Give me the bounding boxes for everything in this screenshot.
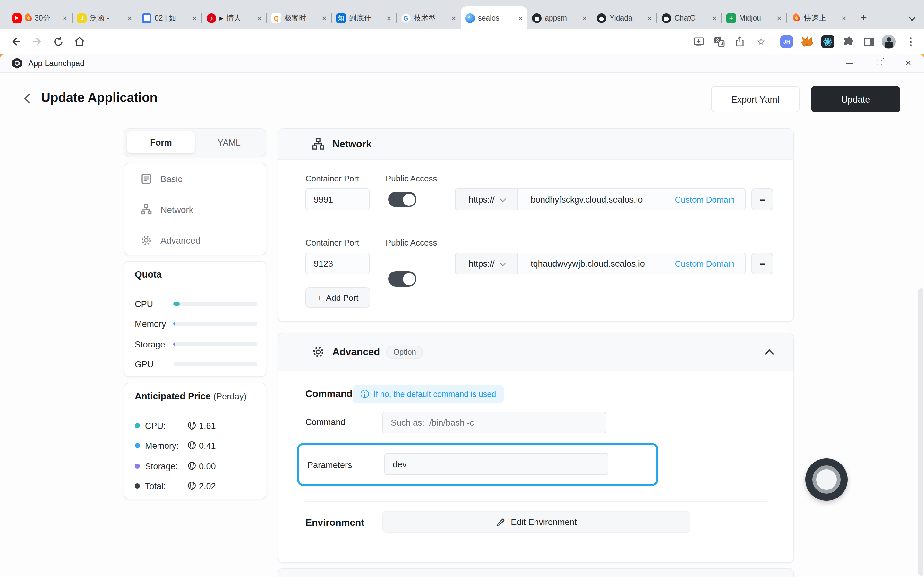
anticipated-price-card: Anticipated Price (Perday) CPU: 1.61 Mem…	[124, 383, 266, 500]
remove-port-button[interactable]: −	[751, 253, 773, 274]
tab-close-icon[interactable]: ×	[777, 14, 782, 22]
tab-close-icon[interactable]: ×	[257, 14, 262, 22]
page-scrollbar-thumb[interactable]	[918, 288, 923, 576]
cpu-dot	[135, 423, 140, 428]
tab-close-icon[interactable]: ×	[63, 14, 67, 22]
parameters-input[interactable]	[384, 453, 608, 475]
tab-close-icon[interactable]: ×	[322, 14, 326, 22]
tab-close-icon[interactable]: ×	[842, 14, 846, 22]
forward-icon[interactable]	[30, 35, 44, 49]
browser-tab-midjourney[interactable]: + Midjou ×	[722, 6, 786, 29]
metamask-icon[interactable]	[800, 35, 814, 49]
browser-tab-zhihu[interactable]: 知 到底什 ×	[332, 6, 396, 29]
add-port-button[interactable]: + Add Port	[305, 287, 370, 308]
back-chevron-icon[interactable]	[24, 93, 34, 103]
protocol-select[interactable]: https://	[456, 253, 518, 274]
github-favicon	[662, 13, 671, 23]
tab-close-icon[interactable]: ×	[128, 14, 132, 22]
window-close-button[interactable]: ×	[905, 57, 911, 68]
extensions-puzzle-icon[interactable]	[841, 35, 855, 49]
quota-card: Quota CPU Memory Storage GPU	[124, 261, 266, 377]
new-tab-button[interactable]: +	[855, 10, 872, 26]
quota-row-memory: Memory	[135, 318, 166, 330]
update-button[interactable]: Update	[811, 86, 900, 112]
tab-title: 情人	[226, 13, 254, 23]
edit-environment-button[interactable]: Edit Environment	[383, 511, 690, 533]
browser-tab-github-chatgpt[interactable]: ChatG ×	[657, 6, 721, 29]
browser-tab-docs[interactable]: 02 | 如 ×	[137, 6, 202, 29]
collapse-chevron-icon[interactable]	[765, 350, 774, 358]
browser-tab-strip: 30分 × J 泛函 - × 02 | 如 × ♪ ▶ 情人 × Q 极客时 ×	[0, 0, 924, 29]
tab-close-icon[interactable]: ×	[451, 14, 456, 22]
browser-tab-youtube[interactable]: 30分 ×	[8, 6, 72, 29]
reload-icon[interactable]	[51, 35, 65, 49]
tab-close-icon[interactable]: ×	[582, 14, 587, 22]
floating-assistant-ball[interactable]	[805, 458, 848, 501]
custom-domain-link[interactable]: Custom Domain	[675, 259, 735, 268]
bookmark-star-icon[interactable]: ☆	[754, 35, 768, 49]
window-minimize-button[interactable]	[846, 63, 853, 64]
advanced-section-header[interactable]: Advanced Option	[278, 334, 793, 371]
install-app-icon[interactable]	[692, 35, 706, 49]
tab-title: sealos	[478, 14, 515, 22]
custom-domain-link[interactable]: Custom Domain	[675, 195, 735, 204]
sidebar-item-network[interactable]: Network	[124, 197, 267, 222]
next-section-card	[278, 568, 794, 577]
shell-currency-icon	[187, 421, 196, 430]
chevron-down-icon	[499, 259, 506, 266]
divider	[124, 410, 266, 410]
browser-tab-github-yidada[interactable]: Yidada ×	[592, 6, 656, 29]
container-port-input[interactable]	[305, 189, 370, 210]
browser-tab-quickstart[interactable]: 快速上 ×	[787, 6, 851, 29]
remove-port-button[interactable]: −	[751, 189, 773, 210]
zhihu-favicon: 知	[336, 13, 346, 23]
sidebar-item-advanced[interactable]: Advanced	[124, 227, 267, 253]
sidebar-item-label: Network	[160, 205, 194, 215]
browser-tab-geektime[interactable]: Q 极客时 ×	[267, 6, 331, 29]
profile-avatar[interactable]	[882, 35, 896, 49]
domain-text: bondhyfsckgv.cloud.sealos.io	[531, 195, 675, 204]
back-icon[interactable]	[9, 35, 23, 49]
translate-icon[interactable]	[712, 35, 726, 49]
command-input[interactable]	[383, 412, 606, 434]
tab-search-chevron-icon[interactable]	[909, 15, 915, 21]
container-port-input[interactable]	[305, 253, 370, 274]
share-icon[interactable]	[733, 35, 747, 49]
sidebar-item-basic[interactable]: Basic	[124, 166, 267, 192]
home-icon[interactable]	[73, 35, 87, 49]
app-launchpad-icon	[12, 58, 22, 69]
network-section-title: Network	[333, 138, 372, 150]
form-yaml-switch: Form YAML	[124, 128, 266, 156]
network-section-card: Network Container Port Public Access htt…	[278, 128, 794, 322]
browser-tab-sealos-active[interactable]: sealos ×	[461, 6, 527, 29]
tab-close-icon[interactable]: ×	[192, 14, 197, 22]
quota-row-cpu: CPU	[135, 298, 153, 310]
public-access-toggle[interactable]	[388, 192, 417, 207]
tab-yaml[interactable]: YAML	[195, 131, 263, 153]
tab-close-icon[interactable]: ×	[647, 14, 652, 22]
window-maximize-button[interactable]	[877, 60, 882, 65]
tab-close-icon[interactable]: ×	[387, 14, 391, 22]
section-nav: Basic Network Advanced	[124, 163, 266, 255]
tab-form[interactable]: Form	[127, 131, 195, 153]
public-access-toggle[interactable]	[388, 271, 417, 287]
advanced-section-card: Advanced Option Command If no, the defau…	[278, 333, 794, 563]
tab-title: 快速上	[804, 13, 838, 23]
protocol-select[interactable]: https://	[456, 189, 518, 210]
quota-row-storage: Storage	[135, 338, 165, 351]
export-yaml-button[interactable]: Export Yaml	[711, 86, 800, 112]
update-application-page: Update Application Export Yaml Update Fo…	[0, 73, 924, 577]
browser-tab-google[interactable]: G 技术型 ×	[397, 6, 461, 29]
domain-field: https:// tqhaudwvywjb.cloud.sealos.io Cu…	[455, 253, 746, 274]
tab-close-icon[interactable]: ×	[712, 14, 717, 22]
browser-tab-github-appsmith[interactable]: appsm ×	[527, 6, 591, 29]
sidebar-panel-icon[interactable]	[862, 35, 876, 49]
react-devtools-icon[interactable]	[821, 35, 835, 49]
tab-close-icon[interactable]: ×	[518, 14, 523, 22]
gpu-quota-bar	[173, 362, 257, 366]
gear-icon	[141, 235, 152, 246]
browser-menu-icon[interactable]	[903, 35, 918, 49]
extension-jh-icon[interactable]: JH	[780, 35, 794, 49]
browser-tab-yuque[interactable]: J 泛函 - ×	[73, 6, 137, 29]
browser-tab-netease[interactable]: ♪ ▶ 情人 ×	[202, 6, 266, 29]
